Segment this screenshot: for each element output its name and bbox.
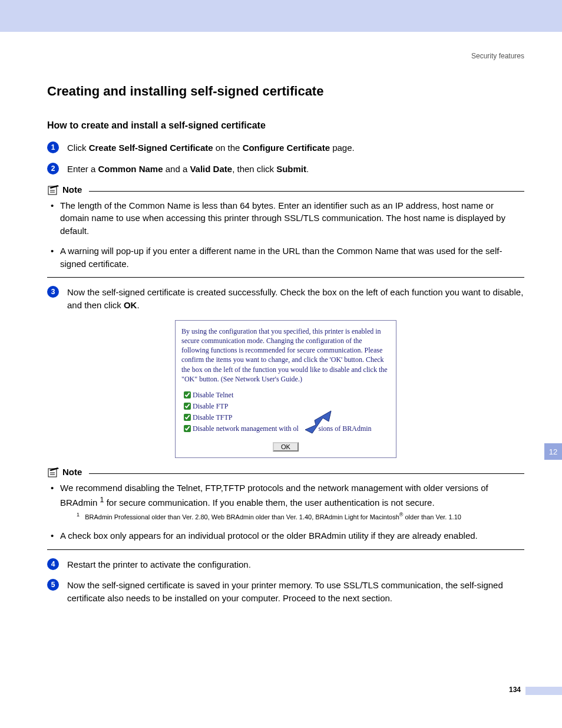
option-label: Disable Telnet [193,391,233,399]
bold-text: OK [124,300,137,310]
disable-bradmin-option[interactable]: Disable network management with older ve… [181,423,390,434]
step-number-badge: 2 [47,163,59,174]
text: on the [213,143,243,153]
disable-telnet-option[interactable]: Disable Telnet [181,390,390,400]
dialog-screenshot-wrapper: By using the configuration that you spec… [47,320,524,458]
step-1: 1 Click Create Self-Signed Certificate o… [47,141,524,154]
step-4: 4 Restart the printer to activate the co… [47,558,524,571]
text: . [306,164,309,174]
option-label: Disable network management with ol [193,424,299,433]
svg-marker-3 [305,411,331,433]
chapter-side-tab: 12 [544,443,562,460]
option-label: Disable TFTP [193,413,232,421]
step-number-badge: 3 [47,286,59,298]
bold-text: Valid Date [190,164,232,174]
top-decorative-band [0,0,562,32]
note-icon [47,184,60,196]
page-title: Creating and installing self-signed cert… [47,84,524,99]
text: for secure communication. If you enable … [104,498,434,508]
text: . [137,300,139,310]
footnote-number: 1 [77,512,80,518]
text: , then click [232,164,276,174]
step-1-body: Click Create Self-Signed Certificate on … [67,141,355,154]
step-3: 3 Now the self-signed certificate is cre… [47,286,524,312]
page-number: 134 [509,686,521,694]
note-block-2: Note We recommend disabling the Telnet, … [47,466,524,550]
footnote: 1 BRAdmin Professional older than Ver. 2… [77,511,524,522]
disable-ftp-checkbox[interactable] [184,403,191,410]
secure-comm-dialog: By using the configuration that you spec… [175,320,396,458]
section-header-label: Security features [47,52,524,60]
note-closing-rule [47,277,524,278]
step-number-badge: 5 [47,579,59,591]
note-label: Note [62,467,82,477]
bold-text: Submit [276,164,306,174]
step-2-body: Enter a Common Name and a Valid Date, th… [67,163,309,176]
step-5-body: Now the self-signed certificate is saved… [67,579,524,605]
disable-tftp-option[interactable]: Disable TFTP [181,412,390,423]
disable-bradmin-checkbox[interactable] [184,425,191,432]
note-block-1: Note The length of the Common Name is le… [47,184,524,278]
text: page. [330,143,355,153]
step-4-body: Restart the printer to activate the conf… [67,558,251,571]
step-number-badge: 1 [47,141,59,153]
text: The length of the [60,200,129,210]
disable-tftp-checkbox[interactable] [184,414,191,421]
bold-text: Configure Certificate [243,143,330,153]
note-bullet: A warning will pop-up if you enter a dif… [60,245,524,271]
footnote-text: older than Ver. 1.10 [403,513,461,521]
text: Enter a [67,164,98,174]
note-bullet: A check box only appears for an individu… [60,529,524,542]
section-subtitle: How to create and install a self-signed … [47,120,524,131]
note-divider-line [89,190,524,192]
bold-text: Create Self-Signed Certificate [89,143,213,153]
text: Click [67,143,89,153]
dialog-ok-button[interactable]: OK [273,442,299,452]
dialog-description: By using the configuration that you spec… [181,327,390,384]
page-number-band [525,687,562,695]
callout-arrow-icon [305,406,335,436]
step-5: 5 Now the self-signed certificate is sav… [47,579,524,605]
text: A check box only appears for an individu… [60,531,478,541]
note-divider-line [89,473,524,474]
disable-ftp-option[interactable]: Disable FTP [181,401,390,411]
text: and a [163,164,190,174]
footnote-text: BRAdmin Professional older than Ver. 2.8… [85,513,399,521]
bold-text: Common Name [336,246,398,256]
note-icon [47,466,60,478]
note-bullet: We recommend disabling the Telnet, FTP,T… [60,482,524,522]
bold-text: Common Name [98,164,163,174]
note-label: Note [62,185,82,195]
text: A warning will pop-up if you enter a dif… [60,246,336,256]
step-2: 2 Enter a Common Name and a Valid Date, … [47,163,524,176]
disable-telnet-checkbox[interactable] [184,391,191,398]
bold-text: Common Name [129,200,191,210]
note-closing-rule [47,549,524,550]
note-bullet: The length of the Common Name is less th… [60,199,524,238]
option-label: Disable FTP [193,402,228,410]
step-3-body: Now the self-signed certificate is creat… [67,286,524,312]
step-number-badge: 4 [47,558,59,570]
